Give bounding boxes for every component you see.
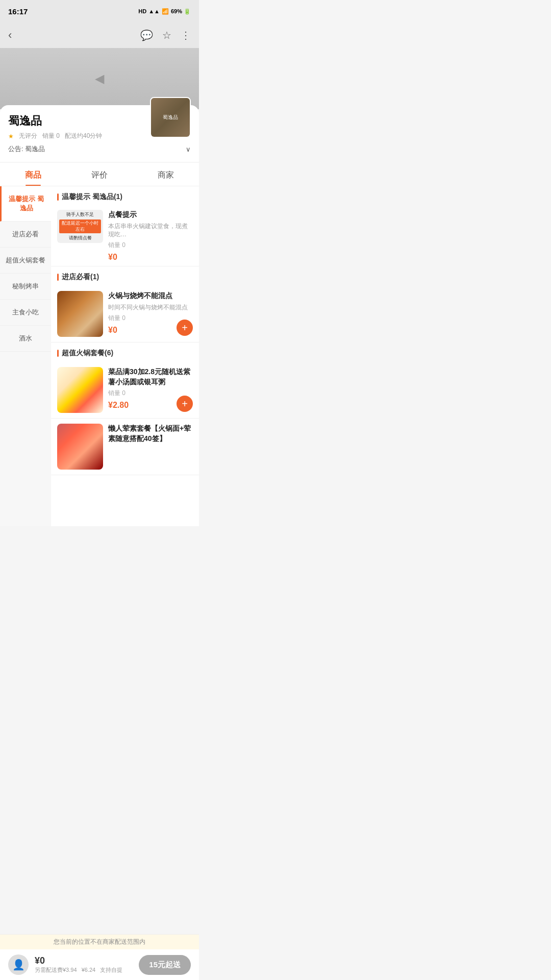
product-desc-order-tip: 本店串串火锅建议堂食，现煮现吃… <box>108 222 193 239</box>
back-button[interactable]: ‹ <box>8 29 12 42</box>
skewer-image-art <box>57 424 103 470</box>
add-button-hotpot-bbq[interactable]: + <box>177 320 193 336</box>
user-avatar: 👤 <box>8 954 29 975</box>
product-image-combo30 <box>57 367 103 413</box>
product-desc-hotpot-bbq: 时间不同火锅与烧烤不能混点 <box>108 303 193 312</box>
product-item-hotpot-bbq: 火锅与烧烤不能混点 时间不同火锅与烧烤不能混点 销量 0 ¥0 + <box>51 286 199 342</box>
extra-fee2: ¥6.24 <box>82 967 96 973</box>
store-rating: 无评分 <box>19 132 37 140</box>
nav-bar: ‹ 💬 ☆ ⋮ <box>0 22 199 48</box>
main-content: 温馨提示 蜀逸品 进店必看 超值火锅套餐 秘制烤串 主食小吃 酒水 温馨提示 蜀… <box>0 186 199 526</box>
store-notice: 公告: 蜀逸品 ∨ <box>8 144 191 154</box>
product-name-combo30: 菜品满30加2.8元随机送紫薯小汤圆或银耳粥 <box>108 367 193 387</box>
notice-line2: 请酌情点餐 <box>69 235 92 241</box>
category-sidebar: 温馨提示 蜀逸品 进店必看 超值火锅套餐 秘制烤串 主食小吃 酒水 <box>0 186 51 526</box>
store-sales: 销量 0 <box>42 132 60 140</box>
avatar-icon: 👤 <box>12 959 25 971</box>
tab-merchant[interactable]: 商家 <box>133 163 199 186</box>
bottom-content: 👤 ¥0 另需配送费¥3.94 ¥6.24 支持自提 15元起送 <box>0 949 199 980</box>
wifi-icon: 📶 <box>162 8 169 15</box>
section-bar-icon3 <box>57 350 59 357</box>
product-item-lazy-veg: 懒人荤素套餐【火锅面+荤素随意搭配40签】 <box>51 419 199 475</box>
battery-icon: 69% 🔋 <box>171 8 191 15</box>
product-price-order-tip: ¥0 <box>108 253 193 262</box>
more-icon[interactable]: ⋮ <box>181 29 191 41</box>
store-delivery: 配送约40分钟 <box>65 132 102 140</box>
add-button-combo30[interactable]: + <box>177 396 193 412</box>
status-bar: 16:17 HD ▲▲ 📶 69% 🔋 <box>0 0 199 22</box>
sidebar-item-secret-bbq[interactable]: 秘制烤串 <box>0 274 51 300</box>
sidebar-item-warm-tips[interactable]: 温馨提示 蜀逸品 <box>0 186 51 222</box>
product-item-order-tip: 骑手人数不足 配送延迟一个小时左右 请酌情点餐 点餐提示 本店串串火锅建议堂食，… <box>51 206 199 266</box>
chat-icon[interactable]: 💬 <box>140 29 153 41</box>
store-header: 蜀逸品 蜀逸品 ★ 无评分 销量 0 配送约40分钟 公告: 蜀逸品 ∨ <box>0 105 199 162</box>
section-warm-tips-header: 温馨提示 蜀逸品(1) <box>51 186 199 206</box>
price-area: ¥0 另需配送费¥3.94 ¥6.24 支持自提 <box>35 955 133 974</box>
soup-image-art <box>57 367 103 413</box>
products-content: 温馨提示 蜀逸品(1) 骑手人数不足 配送延迟一个小时左右 请酌情点餐 点餐提示… <box>51 186 199 526</box>
store-logo-image: 蜀逸品 <box>151 98 190 137</box>
tab-goods[interactable]: 商品 <box>0 163 66 186</box>
self-pickup: 支持自提 <box>100 967 122 973</box>
section-bar-icon <box>57 193 59 201</box>
status-time: 16:17 <box>8 7 28 16</box>
sidebar-item-hotpot-set[interactable]: 超值火锅套餐 <box>0 248 51 274</box>
notice-image: 骑手人数不足 配送延迟一个小时左右 请酌情点餐 <box>57 210 103 243</box>
section-must-see-header: 进店必看(1) <box>51 266 199 286</box>
notice-text: 公告: 蜀逸品 <box>8 144 45 154</box>
checkout-button[interactable]: 15元起送 <box>139 955 191 975</box>
delivery-notice: 您当前的位置不在商家配送范围内 <box>0 935 199 949</box>
tab-reviews[interactable]: 评价 <box>66 163 133 186</box>
section-hotpot-set-header: 超值火锅套餐(6) <box>51 342 199 362</box>
status-icons: HD ▲▲ 📶 69% 🔋 <box>138 8 191 15</box>
tab-bar: 商品 评价 商家 <box>0 163 199 186</box>
product-item-combo30: 菜品满30加2.8元随机送紫薯小汤圆或银耳粥 销量 0 ¥2.80 + <box>51 362 199 419</box>
notice-expand-icon[interactable]: ∨ <box>186 145 191 153</box>
sidebar-item-drinks[interactable]: 酒水 <box>0 326 51 352</box>
section-bar-icon2 <box>57 274 59 281</box>
signal-icon: ▲▲ <box>148 8 160 14</box>
network-icon: HD <box>138 8 146 14</box>
bottom-bar: 您当前的位置不在商家配送范围内 👤 ¥0 另需配送费¥3.94 ¥6.24 支持… <box>0 934 199 980</box>
extra-fee1: 另需配送费¥3.94 <box>35 967 77 973</box>
product-info-lazy-veg: 懒人荤素套餐【火锅面+荤素随意搭配40签】 <box>108 424 193 470</box>
total-price: ¥0 <box>35 955 133 966</box>
sidebar-item-must-see[interactable]: 进店必看 <box>0 222 51 248</box>
product-name-order-tip: 点餐提示 <box>108 210 193 220</box>
extra-fees: 另需配送费¥3.94 ¥6.24 支持自提 <box>35 966 133 974</box>
nav-right-icons: 💬 ☆ ⋮ <box>140 29 191 41</box>
store-logo: 蜀逸品 <box>150 97 191 138</box>
product-info-order-tip: 点餐提示 本店串串火锅建议堂食，现煮现吃… 销量 0 ¥0 <box>108 210 193 262</box>
notice-delay-text: 配送延迟一个小时左右 <box>59 219 101 233</box>
product-sales-order-tip: 销量 0 <box>108 241 193 250</box>
product-name-lazy-veg: 懒人荤素套餐【火锅面+荤素随意搭配40签】 <box>108 424 193 444</box>
product-image-lazy-veg <box>57 424 103 470</box>
sidebar-item-staple[interactable]: 主食小吃 <box>0 300 51 326</box>
star-icon: ★ <box>8 133 14 140</box>
favorite-icon[interactable]: ☆ <box>162 29 171 41</box>
product-image-hotpot-bbq <box>57 291 103 337</box>
hotpot-image-art <box>57 291 103 337</box>
back-arrow-bg: ◀ <box>95 71 104 86</box>
notice-line1: 骑手人数不足 <box>66 211 94 218</box>
product-name-hotpot-bbq: 火锅与烧烤不能混点 <box>108 291 193 301</box>
